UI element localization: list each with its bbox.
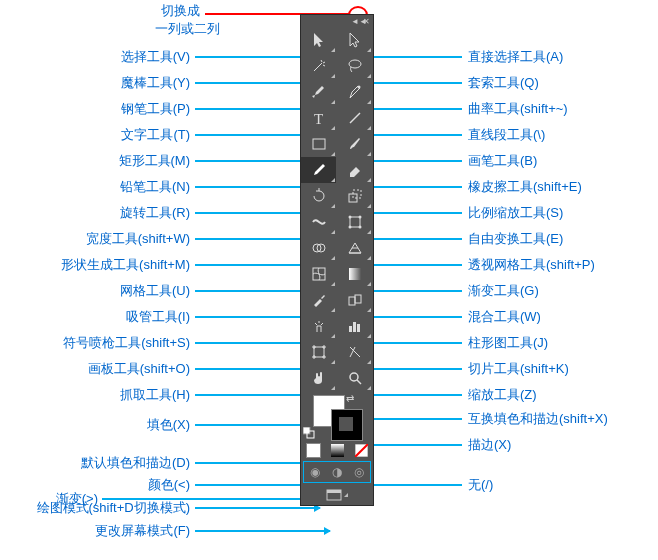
label-swap: 互换填色和描边(shift+X) — [468, 410, 608, 428]
color-mode-none[interactable] — [349, 441, 373, 459]
arrow-bottom-3 — [195, 530, 330, 532]
tool-eyedrop[interactable] — [301, 287, 336, 313]
label-eraser: 橡皮擦工具(shift+E) — [468, 178, 582, 196]
svg-rect-29 — [327, 490, 341, 493]
label-rotate: 旋转工具(R) — [120, 204, 190, 222]
tool-graph[interactable] — [337, 313, 372, 339]
tool-curvature[interactable] — [337, 79, 372, 105]
swatch-area: ⇄ — [301, 391, 373, 441]
svg-line-3 — [350, 113, 360, 123]
label-symbol-spray: 符号喷枪工具(shift+S) — [63, 334, 190, 352]
hand-icon — [310, 369, 328, 387]
label-slice: 切片工具(shift+K) — [468, 360, 569, 378]
tool-eraser[interactable] — [337, 157, 372, 183]
tool-blend[interactable] — [337, 287, 372, 313]
tool-slice[interactable] — [337, 339, 372, 365]
tool-rotate[interactable] — [301, 183, 336, 209]
pen-icon — [310, 83, 328, 101]
tool-width[interactable] — [301, 209, 336, 235]
color-mode-row — [301, 441, 373, 459]
svg-point-8 — [348, 216, 351, 219]
label-width: 宽度工具(shift+W) — [86, 230, 190, 248]
tool-lasso[interactable] — [337, 53, 372, 79]
svg-rect-20 — [357, 324, 360, 332]
svg-rect-17 — [355, 295, 361, 303]
svg-rect-18 — [349, 326, 352, 332]
tool-brush[interactable] — [337, 131, 372, 157]
label-bottom-2: 绘图模式(shift+D切换模式) — [37, 499, 190, 517]
tool-perspective[interactable] — [337, 235, 372, 261]
label-eyedrop: 吸管工具(I) — [126, 308, 190, 326]
screen-mode-button[interactable] — [301, 485, 373, 505]
tool-shape-builder[interactable] — [301, 235, 336, 261]
label-fill: 填色(X) — [147, 416, 190, 434]
arrow-bottom-1 — [195, 484, 314, 486]
svg-point-0 — [349, 60, 361, 68]
svg-rect-7 — [350, 217, 360, 227]
label-direct-select: 直接选择工具(A) — [468, 48, 563, 66]
header-line1: 切换成 — [161, 2, 200, 20]
default-fill-stroke-icon[interactable] — [303, 427, 315, 439]
tool-selection[interactable] — [301, 27, 336, 53]
svg-rect-21 — [314, 347, 324, 357]
tool-gradient[interactable] — [337, 261, 372, 287]
curvature-icon — [346, 83, 364, 101]
swap-fill-stroke-icon[interactable]: ⇄ — [346, 393, 354, 404]
screen-mode-icon — [326, 489, 342, 501]
svg-point-9 — [358, 216, 361, 219]
tool-mesh[interactable] — [301, 261, 336, 287]
tool-rect[interactable] — [301, 131, 336, 157]
type-icon: T — [310, 109, 328, 127]
tool-direct-select[interactable] — [337, 27, 372, 53]
arrow-swap — [360, 418, 462, 420]
panel-header: ◄◄ ✕ — [301, 15, 373, 27]
tool-hand[interactable] — [301, 365, 336, 391]
tool-type[interactable]: T — [301, 105, 336, 131]
svg-point-10 — [348, 226, 351, 229]
svg-line-23 — [357, 380, 361, 384]
svg-rect-16 — [349, 297, 355, 305]
tool-zoom[interactable] — [337, 365, 372, 391]
arrow-bottom-0 — [195, 462, 306, 464]
draw-behind-icon[interactable]: ◑ — [326, 462, 348, 482]
label-line: 直线段工具(\) — [468, 126, 545, 144]
color-mode-color[interactable] — [301, 441, 325, 459]
line-icon — [346, 109, 364, 127]
free-transform-icon — [346, 213, 364, 231]
label-brush: 画笔工具(B) — [468, 152, 537, 170]
close-icon[interactable]: ✕ — [362, 17, 371, 26]
label-selection: 选择工具(V) — [121, 48, 190, 66]
tool-pen[interactable] — [301, 79, 336, 105]
width-icon — [310, 213, 328, 231]
pencil-icon — [310, 161, 328, 179]
tool-artboard[interactable] — [301, 339, 336, 365]
tool-line[interactable] — [337, 105, 372, 131]
eyedrop-icon — [310, 291, 328, 309]
draw-inside-icon[interactable]: ◎ — [348, 462, 370, 482]
color-mode-gradient[interactable] — [325, 441, 349, 459]
tool-scale[interactable] — [337, 183, 372, 209]
graph-icon — [346, 317, 364, 335]
draw-mode-row: ◉ ◑ ◎ — [303, 461, 371, 483]
label-perspective: 透视网格工具(shift+P) — [468, 256, 595, 274]
gradient-icon — [346, 265, 364, 283]
label-gradient: 渐变工具(G) — [468, 282, 539, 300]
selection-icon — [310, 31, 328, 49]
tool-free-transform[interactable] — [337, 209, 372, 235]
tool-symbol-spray[interactable] — [301, 313, 336, 339]
collapse-columns-icon[interactable]: ◄◄ — [351, 17, 360, 26]
label-scale: 比例缩放工具(S) — [468, 204, 563, 222]
scale-icon — [346, 187, 364, 205]
arrow-bottom-2 — [195, 507, 320, 509]
arrow-none — [362, 484, 462, 486]
draw-normal-icon[interactable]: ◉ — [304, 462, 326, 482]
tool-wand[interactable] — [301, 53, 336, 79]
direct-select-icon — [346, 31, 364, 49]
stroke-swatch[interactable] — [331, 409, 363, 441]
label-pencil: 铅笔工具(N) — [120, 178, 190, 196]
perspective-icon — [346, 239, 364, 257]
rotate-icon — [310, 187, 328, 205]
shape-builder-icon — [310, 239, 328, 257]
tool-pencil[interactable] — [301, 157, 336, 183]
label-blend: 混合工具(W) — [468, 308, 541, 326]
